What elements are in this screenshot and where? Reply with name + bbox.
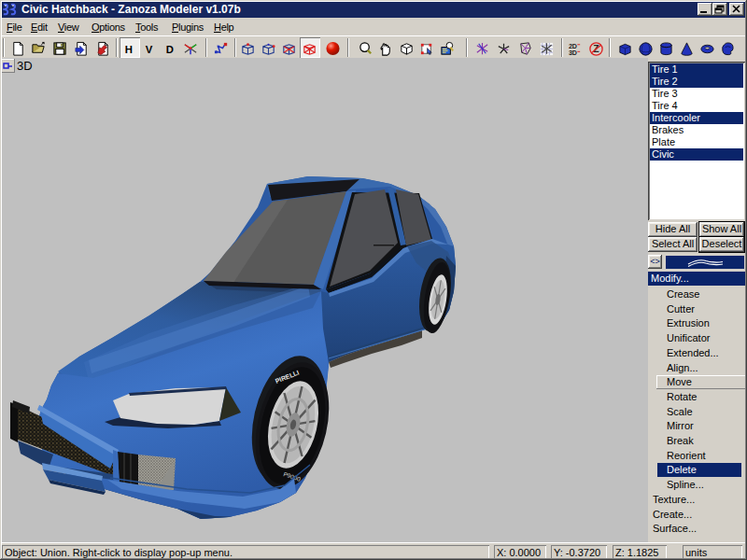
svg-text:3D: 3D: [569, 49, 577, 57]
svg-text:H: H: [125, 44, 133, 55]
svg-text:D: D: [166, 44, 174, 55]
svg-text:V: V: [146, 44, 153, 55]
